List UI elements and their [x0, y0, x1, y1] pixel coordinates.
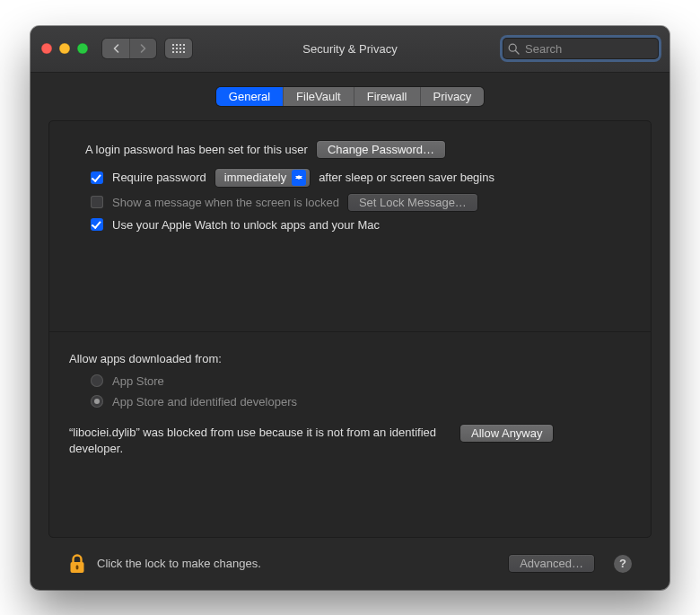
help-button[interactable]: ?	[614, 555, 632, 573]
require-password-delay-value: immediately	[224, 171, 286, 184]
show-lock-message-checkbox[interactable]	[91, 196, 103, 208]
lock-icon[interactable]	[68, 553, 86, 575]
apple-watch-label: Use your Apple Watch to unlock apps and …	[112, 218, 380, 232]
nav-back-forward	[102, 39, 156, 58]
show-lock-message-label: Show a message when the screen is locked	[112, 196, 339, 209]
search-icon	[508, 43, 520, 55]
lock-hint-text: Click the lock to make changes.	[97, 557, 498, 570]
radio-identified-developers-label: App Store and identified developers	[112, 395, 297, 409]
show-lock-message-row: Show a message when the screen is locked…	[69, 194, 631, 211]
general-pane: A login password has been set for this u…	[48, 120, 652, 538]
divider	[49, 331, 651, 332]
grid-icon	[172, 44, 185, 53]
tab-firewall[interactable]: Firewall	[354, 87, 420, 106]
blocked-app-message: “libociei.dylib” was blocked from use be…	[69, 425, 446, 456]
window-controls	[41, 43, 88, 54]
advanced-button[interactable]: Advanced…	[509, 555, 594, 572]
back-button[interactable]	[102, 39, 129, 58]
require-password-row: Require password immediately after sleep…	[69, 169, 631, 187]
radio-app-store-label: App Store	[112, 374, 164, 388]
apple-watch-checkbox[interactable]	[91, 218, 103, 231]
chevron-right-icon	[139, 44, 147, 53]
change-password-button[interactable]: Change Password…	[317, 141, 445, 158]
show-all-button[interactable]	[165, 39, 192, 58]
updown-icon	[292, 170, 306, 186]
allow-anyway-button[interactable]: Allow Anyway	[460, 425, 553, 442]
search-field[interactable]	[503, 38, 659, 59]
footer: Click the lock to make changes. Advanced…	[48, 538, 652, 590]
toolbar: Security & Privacy	[31, 26, 669, 73]
allow-apps-header: Allow apps downloaded from:	[69, 352, 631, 365]
minimize-window-button[interactable]	[59, 43, 70, 54]
tab-privacy[interactable]: Privacy	[420, 87, 485, 106]
chevron-left-icon	[112, 44, 120, 53]
set-lock-message-button[interactable]: Set Lock Message…	[348, 194, 477, 211]
blocked-app-row: “libociei.dylib” was blocked from use be…	[69, 425, 631, 456]
require-password-checkbox[interactable]	[91, 171, 103, 184]
close-window-button[interactable]	[41, 43, 52, 54]
allow-apps-option-identified: App Store and identified developers	[69, 395, 631, 409]
radio-identified-developers[interactable]	[91, 395, 103, 408]
tab-general[interactable]: General	[216, 87, 283, 106]
svg-line-1	[515, 50, 519, 54]
require-password-label-pre: Require password	[112, 171, 206, 184]
tabs-row: General FileVault Firewall Privacy	[31, 73, 669, 106]
allow-apps-option-appstore: App Store	[69, 374, 631, 388]
radio-app-store[interactable]	[91, 374, 103, 387]
require-password-label-post: after sleep or screen saver begins	[319, 171, 494, 184]
svg-rect-3	[76, 565, 79, 569]
content: A login password has been set for this u…	[31, 106, 669, 590]
search-input[interactable]	[523, 41, 669, 57]
login-password-row: A login password has been set for this u…	[69, 141, 631, 158]
require-password-delay-popup[interactable]: immediately	[215, 169, 310, 187]
preferences-window: Security & Privacy General FileVault Fir…	[31, 26, 669, 590]
apple-watch-row: Use your Apple Watch to unlock apps and …	[69, 218, 631, 232]
tab-segment: General FileVault Firewall Privacy	[216, 87, 484, 106]
zoom-window-button[interactable]	[77, 43, 88, 54]
forward-button[interactable]	[129, 39, 156, 58]
login-password-label: A login password has been set for this u…	[85, 143, 308, 156]
tab-filevault[interactable]: FileVault	[283, 87, 354, 106]
